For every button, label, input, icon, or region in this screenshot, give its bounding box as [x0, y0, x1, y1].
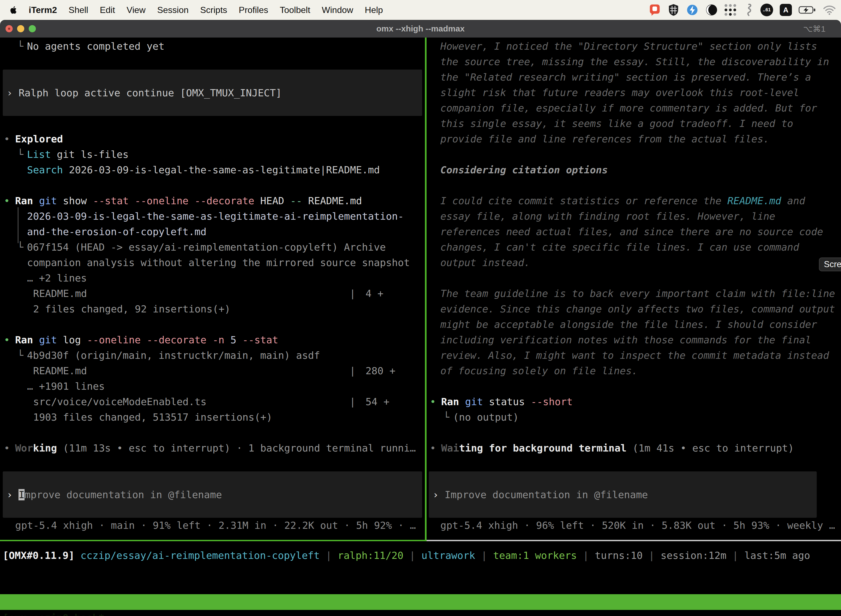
diff-stat-line: src/voice/voiceModeEnabled.ts|54 + [0, 394, 425, 409]
agents-note-line: └No agents completed yet [0, 39, 425, 54]
diff-stat-line: README.md|280 + [0, 363, 425, 378]
reasoning-heading: Considering citation options [426, 162, 841, 178]
menu-item-help[interactable]: Help [365, 5, 383, 15]
menu-item-scripts[interactable]: Scripts [200, 5, 227, 15]
reasoning-line: the "Related research writing" section i… [426, 70, 841, 85]
git-show-output-2: companion analysis without altering the … [0, 255, 425, 270]
reasoning-line: output instead. [426, 255, 841, 270]
shield-grid-icon[interactable] [668, 3, 679, 16]
a-square-icon[interactable]: A [780, 4, 792, 16]
tmux-pane-left[interactable]: └No agents completed yet › Ralph loop ac… [0, 38, 425, 540]
reasoning-line: evidence. Since this change only affects… [426, 301, 841, 317]
git-show-arg-cont2: and-the-erosion-of-copyleft.md [0, 224, 425, 239]
prompt-input-right[interactable]: › Improve documentation in @filename [429, 471, 817, 518]
explored-header: •Explored [0, 131, 425, 147]
hook-icon[interactable] [743, 3, 754, 16]
window-shortcut-badge: ⌥⌘1 [803, 24, 826, 34]
git-show-command: •Ran git show --stat --oneline --decorat… [0, 193, 425, 209]
menu-item-window[interactable]: Window [322, 5, 353, 15]
menu-item-shell[interactable]: Shell [69, 5, 88, 15]
window-title: omx --xhigh --madmax [0, 24, 841, 34]
menu-item-view[interactable]: View [127, 5, 146, 15]
wifi-icon[interactable] [823, 3, 836, 16]
omx-branch-path: cczip/essay/ai-reimplementation-copyleft [75, 550, 320, 561]
battery-percent-icon[interactable]: ..61 [760, 4, 773, 16]
reasoning-line: might be acceptable alongside the file l… [426, 317, 841, 332]
menu-item-session[interactable]: Session [157, 5, 189, 15]
inject-banner: › Ralph loop active continue [OMX_TMUX_I… [3, 70, 422, 116]
reasoning-line: companion file, especially if more comme… [426, 100, 841, 116]
window-titlebar[interactable]: omx --xhigh --madmax ⌥⌘1 [0, 20, 841, 38]
git-log-output-1: └4b9d30f (origin/main, instructkr/main, … [0, 348, 425, 363]
chat-app-icon[interactable] [648, 3, 661, 16]
reasoning-line: the source tree, missing the essay. Stil… [426, 54, 841, 70]
omx-session-time: session:12m [661, 550, 726, 561]
omx-ultrawork-badge: ultrawork [421, 550, 475, 561]
omx-team-badge: team:1 workers [493, 550, 577, 561]
crescent-circle-icon[interactable] [705, 3, 718, 16]
reasoning-line: references need actual files, and since … [426, 224, 841, 239]
screen-share-button[interactable]: Scre [819, 258, 841, 271]
reasoning-line: including verification notes with those … [426, 332, 841, 348]
menu-item-edit[interactable]: Edit [100, 5, 115, 15]
reasoning-line: changes, I can't cite specific file line… [426, 239, 841, 255]
bolt-badge-icon[interactable] [686, 3, 699, 16]
model-status-line-right: gpt-5.4 xhigh · 96% left · 520K in · 5.8… [426, 518, 841, 533]
reasoning-line: essay file, along with finding root file… [426, 209, 841, 224]
diff-stat-line: README.md|4 + [0, 286, 425, 301]
reasoning-line: this single essay, it seems like a good … [426, 116, 841, 131]
git-status-command: •Ran git status --short [426, 394, 841, 409]
menu-item-iterm2[interactable]: iTerm2 [29, 5, 57, 15]
omx-ralph-counter: ralph:11/20 [338, 550, 403, 561]
reasoning-line: However, I noticed the "Directory Struct… [426, 39, 841, 54]
apple-menu-icon[interactable] [9, 3, 17, 16]
omx-last-activity: last:5m ago [744, 550, 810, 561]
explored-list-line: └List git ls-files [0, 147, 425, 162]
diff-summary-line: 2 files changed, 92 insertions(+) [0, 301, 425, 317]
prompt-input-left[interactable]: › Improve documentation in @filename [3, 471, 422, 518]
tree-connector-line [18, 207, 19, 243]
git-show-arg-cont1: 2026-03-09-is-legal-the-same-as-legitima… [0, 209, 425, 224]
explored-search-line: Search 2026-03-09-is-legal-the-same-as-l… [0, 162, 425, 178]
reasoning-line: slight risk that future readers may over… [426, 85, 841, 100]
model-status-line-left: gpt-5.4 xhigh · main · 91% left · 2.31M … [0, 518, 425, 533]
text-cursor: I [19, 489, 25, 500]
tmux-session-window[interactable]: [omx-cczip0:bash* [3, 610, 104, 616]
git-log-more-lines: … +1901 lines [0, 378, 425, 394]
pane-border-inactive [426, 540, 841, 541]
battery-icon[interactable] [799, 3, 816, 16]
menu-item-toolbelt[interactable]: Toolbelt [280, 5, 310, 15]
reasoning-line: review. Also, I might want to inspect th… [426, 348, 841, 363]
reasoning-line: The team guideline is to back every impo… [426, 286, 841, 301]
reasoning-line: of focusing solely on file lines. [426, 363, 841, 378]
terminal-content: └No agents completed yet › Ralph loop ac… [0, 38, 841, 616]
git-show-output-1: └067f154 (HEAD -> essay/ai-reimplementat… [0, 239, 425, 255]
diff-summary-line: 1903 files changed, 513517 insertions(+) [0, 409, 425, 425]
reasoning-line: provide file and line references from th… [426, 131, 841, 147]
menu-item-profiles[interactable]: Profiles [239, 5, 268, 15]
tmux-status-bar: [omx-cczip0:bash* "MacBook-Pro-44.local"… [0, 594, 841, 610]
readme-link[interactable]: README.md [727, 195, 781, 207]
tmux-pane-right[interactable]: However, I noticed the "Directory Struct… [426, 38, 841, 540]
omx-status-bar: [OMX#0.11.9] cczip/essay/ai-reimplementa… [3, 548, 810, 563]
git-show-more-lines: … +2 lines [0, 270, 425, 286]
waiting-status-line: •Waiting for background terminal (1m 41s… [426, 440, 841, 456]
reasoning-line: I could cite commit statistics or refere… [426, 193, 841, 209]
omx-version: [OMX#0.11.9] [3, 550, 75, 561]
working-status-line: •Working (11m 13s • esc to interrupt) · … [0, 440, 425, 456]
omx-turns: turns:10 [595, 550, 643, 561]
macos-menubar: iTerm2 Shell Edit View Session Scripts P… [0, 0, 841, 20]
git-status-output: └(no output) [426, 409, 841, 425]
git-log-command: •Ran git log --oneline --decorate -n 5 -… [0, 332, 425, 348]
dots-grid-icon[interactable] [725, 3, 736, 16]
pane-border-active [0, 540, 425, 541]
